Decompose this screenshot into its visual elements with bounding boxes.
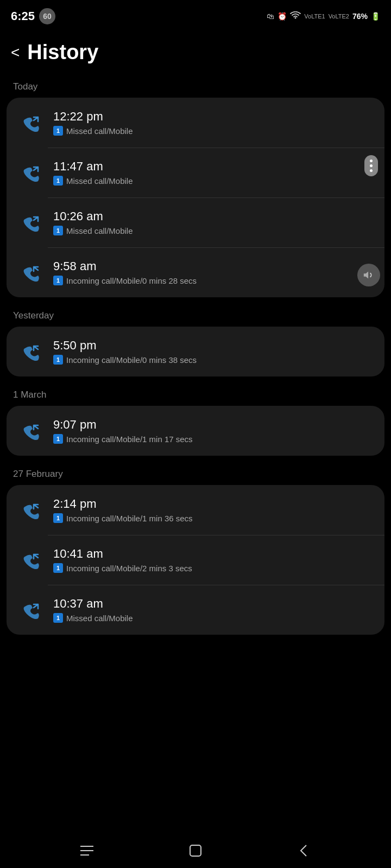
nav-home-button[interactable] xyxy=(187,842,204,859)
call-time: 5:50 pm xyxy=(53,339,371,353)
card-group-1: 5:50 pm1Incoming call/Mobile/0 mins 38 s… xyxy=(7,327,384,376)
call-item[interactable]: 9:07 pm1Incoming call/Mobile/1 min 17 se… xyxy=(7,406,384,456)
volume-button[interactable] xyxy=(357,264,380,286)
call-detail-text: Missed call/Mobile xyxy=(66,176,133,186)
call-detail: 1Incoming call/Mobile/1 min 17 secs xyxy=(53,434,371,444)
status-badge: 60 xyxy=(39,8,55,24)
more-button[interactable] xyxy=(364,155,378,176)
call-time: 9:58 am xyxy=(53,259,371,273)
sim-badge: 1 xyxy=(53,226,63,235)
call-time: 10:26 am xyxy=(53,209,371,224)
incoming-call-icon xyxy=(20,498,43,522)
call-time: 12:22 pm xyxy=(53,110,371,124)
call-info: 12:22 pm1Missed call/Mobile xyxy=(53,110,371,136)
incoming-call-icon xyxy=(20,548,43,572)
svg-point-0 xyxy=(295,17,297,19)
wifi-icon xyxy=(290,11,301,21)
call-item[interactable]: 10:41 am1Incoming call/Mobile/2 mins 3 s… xyxy=(7,535,384,585)
sim-badge: 1 xyxy=(53,126,63,136)
battery-percent: 76% xyxy=(352,12,368,21)
call-info: 5:50 pm1Incoming call/Mobile/0 mins 38 s… xyxy=(53,339,371,365)
more-dot xyxy=(370,164,373,167)
call-time: 11:47 am xyxy=(53,159,371,174)
signal-lte2-icon: VoLTE2 xyxy=(329,13,349,20)
signal-lte1-icon: VoLTE1 xyxy=(304,13,325,20)
sim-badge: 1 xyxy=(53,355,63,365)
missed-call-icon xyxy=(20,161,43,184)
missed-call-icon xyxy=(20,598,43,622)
call-detail-text: Incoming call/Mobile/0 mins 28 secs xyxy=(66,276,197,285)
call-detail-text: Missed call/Mobile xyxy=(66,126,133,136)
nav-back-button[interactable] xyxy=(295,842,313,859)
call-detail: 1Incoming call/Mobile/1 min 36 secs xyxy=(53,513,371,523)
section-label-1: Yesterday xyxy=(0,306,391,327)
call-detail: 1Missed call/Mobile xyxy=(53,176,371,186)
call-time: 2:14 pm xyxy=(53,497,371,511)
call-detail: 1Incoming call/Mobile/0 mins 28 secs xyxy=(53,276,371,285)
call-detail: 1Missed call/Mobile xyxy=(53,226,371,235)
call-item[interactable]: 10:37 am1Missed call/Mobile xyxy=(7,585,384,635)
call-detail-text: Incoming call/Mobile/0 mins 38 secs xyxy=(66,355,197,365)
missed-call-icon xyxy=(20,210,43,234)
bottom-nav xyxy=(0,833,391,868)
status-right: 🛍 ⏰ VoLTE1 VoLTE2 76% 🔋 xyxy=(267,11,380,21)
svg-marker-1 xyxy=(364,272,368,279)
status-time: 6:25 xyxy=(11,9,35,23)
call-detail: 1Incoming call/Mobile/0 mins 38 secs xyxy=(53,355,371,365)
section-label-2: 1 March xyxy=(0,385,391,406)
call-item[interactable]: 5:50 pm1Incoming call/Mobile/0 mins 38 s… xyxy=(7,327,384,376)
call-info: 10:41 am1Incoming call/Mobile/2 mins 3 s… xyxy=(53,547,371,573)
call-info: 10:37 am1Missed call/Mobile xyxy=(53,597,371,623)
call-info: 9:07 pm1Incoming call/Mobile/1 min 17 se… xyxy=(53,418,371,444)
call-time: 10:37 am xyxy=(53,597,371,611)
notification-icon: 🛍 xyxy=(267,12,274,21)
call-item[interactable]: 11:47 am1Missed call/Mobile xyxy=(7,148,384,197)
call-detail-text: Incoming call/Mobile/1 min 36 secs xyxy=(66,514,193,523)
page-title: History xyxy=(27,41,98,64)
battery-icon: 🔋 xyxy=(371,12,380,21)
incoming-call-icon xyxy=(20,340,43,363)
call-item[interactable]: 12:22 pm1Missed call/Mobile xyxy=(7,98,384,148)
status-left: 6:25 60 xyxy=(11,8,55,24)
call-info: 9:58 am1Incoming call/Mobile/0 mins 28 s… xyxy=(53,259,371,285)
more-dot xyxy=(370,159,373,162)
nav-recents-button[interactable] xyxy=(78,842,96,859)
sim-badge: 1 xyxy=(53,176,63,186)
call-item[interactable]: 10:26 am1Missed call/Mobile xyxy=(7,197,384,247)
call-time: 9:07 pm xyxy=(53,418,371,432)
more-dot xyxy=(370,169,373,172)
card-group-0: 12:22 pm1Missed call/Mobile 11:47 am1Mis… xyxy=(7,98,384,297)
sim-badge: 1 xyxy=(53,513,63,523)
card-group-2: 9:07 pm1Incoming call/Mobile/1 min 17 se… xyxy=(7,406,384,456)
call-time: 10:41 am xyxy=(53,547,371,561)
sim-badge: 1 xyxy=(53,613,63,623)
section-label-3: 27 February xyxy=(0,464,391,485)
missed-call-icon xyxy=(20,111,43,135)
call-detail: 1Missed call/Mobile xyxy=(53,126,371,136)
svg-rect-5 xyxy=(190,845,201,856)
call-info: 10:26 am1Missed call/Mobile xyxy=(53,209,371,235)
call-info: 11:47 am1Missed call/Mobile xyxy=(53,159,371,186)
incoming-call-icon xyxy=(20,419,43,443)
card-group-3: 2:14 pm1Incoming call/Mobile/1 min 36 se… xyxy=(7,485,384,635)
sim-badge: 1 xyxy=(53,276,63,285)
alarm-icon: ⏰ xyxy=(278,12,287,21)
sections-container: Today 12:22 pm1Missed call/Mobile 11:47 … xyxy=(0,77,391,635)
call-detail: 1Incoming call/Mobile/2 mins 3 secs xyxy=(53,563,371,573)
status-bar: 6:25 60 🛍 ⏰ VoLTE1 VoLTE2 76% 🔋 xyxy=(0,0,391,30)
section-label-0: Today xyxy=(0,77,391,98)
back-button[interactable]: < xyxy=(11,45,20,60)
sim-badge: 1 xyxy=(53,563,63,573)
call-detail-text: Missed call/Mobile xyxy=(66,614,133,623)
call-info: 2:14 pm1Incoming call/Mobile/1 min 36 se… xyxy=(53,497,371,523)
call-detail: 1Missed call/Mobile xyxy=(53,613,371,623)
incoming-call-icon xyxy=(20,260,43,284)
header: < History xyxy=(0,30,391,77)
call-detail-text: Missed call/Mobile xyxy=(66,226,133,235)
call-detail-text: Incoming call/Mobile/2 mins 3 secs xyxy=(66,564,192,573)
call-item[interactable]: 9:58 am1Incoming call/Mobile/0 mins 28 s… xyxy=(7,247,384,297)
sim-badge: 1 xyxy=(53,434,63,444)
call-detail-text: Incoming call/Mobile/1 min 17 secs xyxy=(66,435,193,444)
call-item[interactable]: 2:14 pm1Incoming call/Mobile/1 min 36 se… xyxy=(7,485,384,535)
